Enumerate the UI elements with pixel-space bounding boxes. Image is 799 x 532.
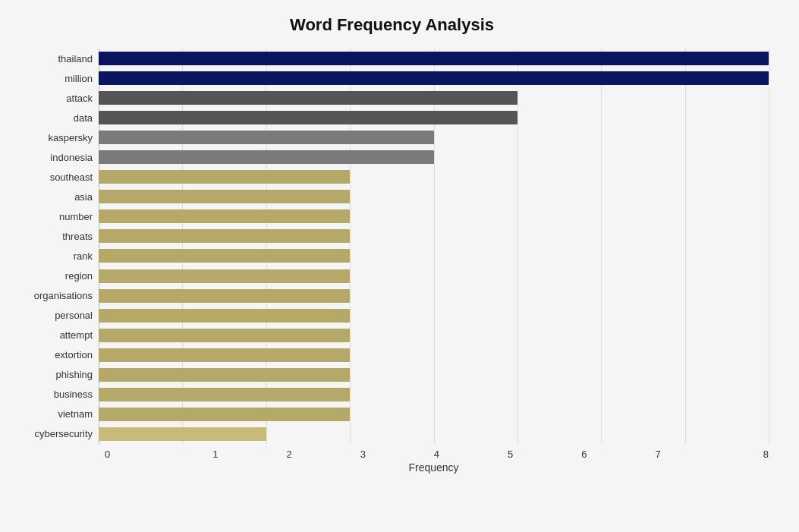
bar-row-personal [99, 307, 769, 324]
bar-row-attack [99, 90, 769, 106]
y-label-indonesia: indonesia [50, 147, 93, 167]
x-tick-7: 7 [621, 449, 695, 460]
bar-threats [99, 229, 350, 243]
y-label-region: region [65, 266, 93, 286]
bar-cybersecurity [99, 427, 266, 441]
y-axis-labels: thailandmillionattackdatakasperskyindone… [15, 49, 99, 444]
y-label-vietnam: vietnam [58, 405, 93, 424]
y-label-extortion: extortion [55, 345, 93, 365]
bar-thailand [99, 52, 769, 65]
y-label-million: million [64, 68, 93, 88]
x-tick-0: 0 [105, 449, 178, 460]
bar-row-rank [99, 247, 769, 264]
bar-row-vietnam [99, 406, 769, 423]
y-label-business: business [54, 385, 93, 405]
y-label-asia: asia [74, 187, 93, 206]
bar-region [99, 269, 350, 283]
bar-row-kaspersky [99, 129, 769, 146]
x-tick-2: 2 [252, 449, 326, 460]
chart-plot-area [99, 49, 769, 444]
bar-phishing [99, 368, 350, 382]
bar-southeast [99, 170, 350, 184]
x-axis-label: Frequency [15, 461, 769, 474]
bar-number [99, 209, 350, 223]
y-label-threats: threats [62, 226, 93, 246]
bar-vietnam [99, 408, 350, 421]
bar-row-cybersecurity [99, 426, 769, 442]
bar-personal [99, 309, 350, 323]
y-label-thailand: thailand [58, 49, 93, 68]
bar-row-million [99, 70, 769, 87]
y-label-kaspersky: kaspersky [48, 127, 93, 147]
bar-row-thailand [99, 50, 769, 67]
y-label-data: data [74, 108, 93, 127]
bar-indonesia [99, 150, 434, 164]
y-label-attack: attack [66, 88, 93, 108]
bars-container [99, 49, 769, 444]
y-label-attempt: attempt [60, 326, 93, 345]
bar-organisations [99, 289, 350, 303]
bar-row-data [99, 109, 769, 126]
bar-row-business [99, 386, 769, 403]
y-label-number: number [59, 206, 93, 226]
bar-row-region [99, 268, 769, 285]
x-tick-5: 5 [473, 449, 547, 460]
bar-kaspersky [99, 131, 434, 144]
bar-attack [99, 91, 517, 105]
bar-row-organisations [99, 288, 769, 304]
y-label-rank: rank [74, 246, 93, 266]
x-axis-ticks: 012345678 [15, 449, 769, 460]
chart-container: Word Frequency Analysis thailandmilliona… [0, 0, 799, 532]
bar-row-phishing [99, 367, 769, 383]
bar-extortion [99, 348, 350, 362]
bar-row-attempt [99, 327, 769, 344]
chart-title: Word Frequency Analysis [15, 15, 769, 35]
bar-row-threats [99, 228, 769, 244]
bar-asia [99, 190, 350, 203]
y-label-personal: personal [55, 306, 93, 326]
y-label-southeast: southeast [50, 167, 93, 187]
x-tick-1: 1 [178, 449, 252, 460]
x-tick-8: 8 [695, 449, 769, 460]
x-tick-4: 4 [400, 449, 473, 460]
bar-rank [99, 249, 350, 263]
bar-row-extortion [99, 347, 769, 364]
y-label-organisations: organisations [34, 286, 93, 306]
bar-row-number [99, 208, 769, 225]
bar-row-southeast [99, 168, 769, 185]
x-tick-6: 6 [547, 449, 621, 460]
y-label-phishing: phishing [56, 365, 93, 385]
y-label-cybersecurity: cybersecurity [34, 424, 93, 444]
bar-million [99, 71, 769, 85]
bar-data [99, 111, 517, 124]
x-tick-3: 3 [326, 449, 400, 460]
bar-row-indonesia [99, 149, 769, 165]
grid-line-8 [769, 49, 769, 444]
bar-row-asia [99, 188, 769, 205]
bar-business [99, 388, 350, 401]
bar-attempt [99, 329, 350, 342]
